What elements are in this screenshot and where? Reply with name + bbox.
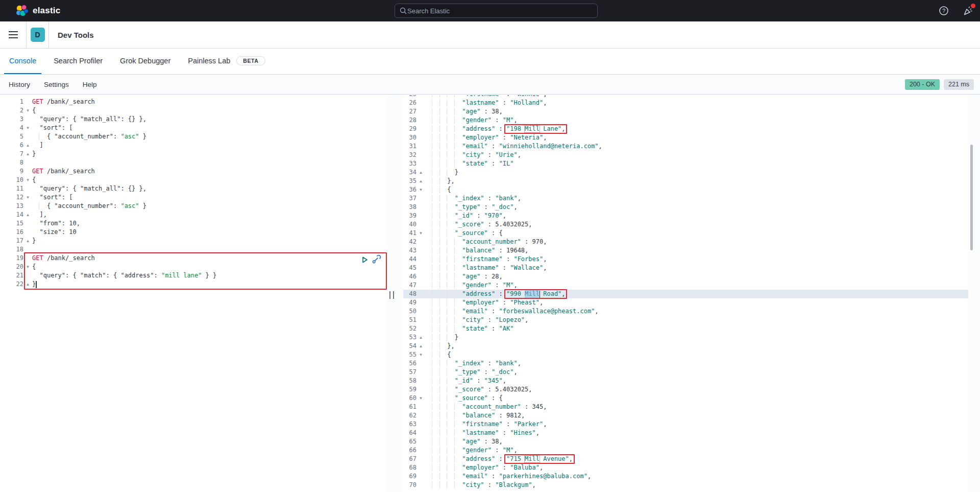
fold-end-icon[interactable]: ▴ xyxy=(23,237,32,245)
response-line[interactable]: 64 "lastname" : "Hines", xyxy=(403,429,968,437)
response-line[interactable]: 44 "firstname" : "Forbes", xyxy=(403,255,968,264)
fold-open-icon[interactable]: ▾ xyxy=(416,350,425,359)
fold-open-icon[interactable]: ▾ xyxy=(416,185,425,194)
response-line[interactable]: 38 "_type" : "_doc", xyxy=(403,203,968,212)
fold-open-icon[interactable]: ▾ xyxy=(23,193,32,202)
fold-open-icon[interactable]: ▾ xyxy=(23,176,32,184)
response-line[interactable]: 59 "_score" : 5.4032025, xyxy=(403,385,968,394)
editor-line[interactable]: 19GET /bank/_search xyxy=(0,254,387,263)
fold-end-icon[interactable]: ▴ xyxy=(23,210,32,219)
response-line[interactable]: 42 "account_number" : 970, xyxy=(403,238,968,246)
editor-line[interactable]: 7▴} xyxy=(0,150,387,158)
editor-line[interactable]: 6▴ ] xyxy=(0,141,387,150)
history-link[interactable]: History xyxy=(9,81,30,88)
tab-painless-lab[interactable]: Painless Lab BETA xyxy=(183,49,270,74)
response-line[interactable]: 52 "state" : "AK" xyxy=(403,324,968,333)
settings-link[interactable]: Settings xyxy=(44,81,69,88)
response-line[interactable]: 55▾ { xyxy=(403,350,968,359)
fold-open-icon[interactable]: ▾ xyxy=(416,229,425,238)
response-line[interactable]: 35▴ }, xyxy=(403,177,968,185)
editor-line[interactable]: 21 "query": { "match": { "address": "mil… xyxy=(0,271,387,280)
editor-line[interactable]: 10▾{ xyxy=(0,176,387,184)
pane-resize-handle[interactable] xyxy=(389,291,394,299)
help-icon[interactable]: ? xyxy=(938,5,949,16)
response-line[interactable]: 54▴ }, xyxy=(403,342,968,350)
editor-line[interactable]: 17▴} xyxy=(0,237,387,245)
editor-line[interactable]: 5 { "account_number": "asc" } xyxy=(0,132,387,141)
response-line[interactable]: 31 "email" : "winnieholland@neteria.com"… xyxy=(403,142,968,151)
response-line[interactable]: 25 "firstname" : "Winnie", xyxy=(403,95,968,99)
editor-line[interactable]: 9GET /bank/_search xyxy=(0,167,387,176)
play-icon[interactable] xyxy=(360,255,369,264)
response-line[interactable]: 36▾ { xyxy=(403,185,968,194)
editor-line[interactable]: 16 "size": 10 xyxy=(0,228,387,237)
editor-line[interactable]: 11 "query": { "match_all": {} }, xyxy=(0,184,387,193)
response-line[interactable]: 40 "_score" : 5.4032025, xyxy=(403,220,968,229)
response-line[interactable]: 57 "_type" : "_doc", xyxy=(403,368,968,377)
response-line[interactable]: 69 "email" : "parkerhines@baluba.com", xyxy=(403,472,968,481)
response-line[interactable]: 53▴ } xyxy=(403,333,968,342)
elastic-logo[interactable]: elastic xyxy=(15,4,60,17)
response-line[interactable]: 66 "gender" : "M", xyxy=(403,446,968,455)
editor-line[interactable]: 18 xyxy=(0,245,387,254)
fold-end-icon[interactable]: ▴ xyxy=(23,280,32,289)
newsfeed-icon[interactable] xyxy=(963,5,974,16)
editor-line[interactable]: 1GET /bank/_search xyxy=(0,98,387,106)
editor-line[interactable]: 20▾{ xyxy=(0,263,387,271)
response-line[interactable]: 65 "age" : 38, xyxy=(403,437,968,446)
editor-line[interactable]: 12▾ "sort": [ xyxy=(0,193,387,202)
fold-end-icon[interactable]: ▴ xyxy=(416,333,425,342)
response-line[interactable]: 33 "state" : "IL" xyxy=(403,159,968,168)
response-line[interactable]: 68 "employer" : "Baluba", xyxy=(403,463,968,472)
response-line[interactable]: 49 "employer" : "Pheast", xyxy=(403,298,968,307)
response-line[interactable]: 47 "gender" : "M", xyxy=(403,281,968,290)
response-line[interactable]: 58 "_id" : "345", xyxy=(403,377,968,385)
space-badge[interactable]: D xyxy=(31,28,45,42)
response-line[interactable]: 46 "age" : 28, xyxy=(403,272,968,281)
fold-end-icon[interactable]: ▴ xyxy=(23,141,32,150)
editor-line[interactable]: 22▴} xyxy=(0,280,387,289)
fold-end-icon[interactable]: ▴ xyxy=(23,150,32,158)
editor-line[interactable]: 15 "from": 10, xyxy=(0,219,387,228)
wrench-icon[interactable] xyxy=(372,254,381,264)
response-line[interactable]: 67 "address" : "715 Mill Avenue", xyxy=(403,455,968,463)
fold-end-icon[interactable]: ▴ xyxy=(416,168,425,177)
response-line[interactable]: 41▾ "_source" : { xyxy=(403,229,968,238)
response-line[interactable]: 56 "_index" : "bank", xyxy=(403,359,968,368)
help-link[interactable]: Help xyxy=(83,81,97,88)
fold-end-icon[interactable]: ▴ xyxy=(416,342,425,350)
scrollbar-thumb[interactable] xyxy=(970,145,973,250)
editor-line[interactable]: 2▾{ xyxy=(0,106,387,115)
response-line[interactable]: 45 "lastname" : "Wallace", xyxy=(403,264,968,272)
fold-open-icon[interactable]: ▾ xyxy=(23,106,32,115)
request-editor-pane[interactable]: 1GET /bank/_search2▾{3 "query": { "match… xyxy=(0,95,387,492)
response-line[interactable]: 37 "_index" : "bank", xyxy=(403,194,968,203)
editor-line[interactable]: 4▾ "sort": [ xyxy=(0,124,387,132)
response-line[interactable]: 51 "city" : "Lopezo", xyxy=(403,316,968,324)
editor-line[interactable]: 3 "query": { "match_all": {} }, xyxy=(0,115,387,124)
fold-open-icon[interactable]: ▾ xyxy=(23,124,32,132)
response-line[interactable]: 32 "city" : "Urie", xyxy=(403,151,968,159)
response-line[interactable]: 28 "gender" : "M", xyxy=(403,116,968,125)
tab-console[interactable]: Console xyxy=(4,49,41,74)
menu-button[interactable] xyxy=(0,21,27,48)
response-line[interactable]: 34▴ } xyxy=(403,168,968,177)
response-line[interactable]: 63 "firstname" : "Parker", xyxy=(403,420,968,429)
response-line[interactable]: 60▾ "_source" : { xyxy=(403,394,968,403)
response-line[interactable]: 29 "address" : "198 Mill Lane", xyxy=(403,125,968,133)
fold-open-icon[interactable]: ▾ xyxy=(23,263,32,271)
response-line[interactable]: 30 "employer" : "Neteria", xyxy=(403,133,968,142)
fold-open-icon[interactable]: ▾ xyxy=(416,394,425,403)
editor-line[interactable]: 13 { "account_number": "asc" } xyxy=(0,202,387,210)
editor-line[interactable]: 8 xyxy=(0,158,387,167)
response-line[interactable]: 26 "lastname" : "Holland", xyxy=(403,99,968,107)
response-line[interactable]: 50 "email" : "forbeswallace@pheast.com", xyxy=(403,307,968,316)
tab-search-profiler[interactable]: Search Profiler xyxy=(48,49,108,74)
response-line[interactable]: 62 "balance" : 9812, xyxy=(403,411,968,420)
response-line[interactable]: 43 "balance" : 19648, xyxy=(403,246,968,255)
editor-line[interactable]: 14▴ ], xyxy=(0,210,387,219)
response-line[interactable]: 48 "address" : "990 Mill Road", xyxy=(403,290,968,298)
fold-end-icon[interactable]: ▴ xyxy=(416,177,425,185)
search-input[interactable] xyxy=(407,7,593,15)
tab-grok-debugger[interactable]: Grok Debugger xyxy=(115,49,176,74)
